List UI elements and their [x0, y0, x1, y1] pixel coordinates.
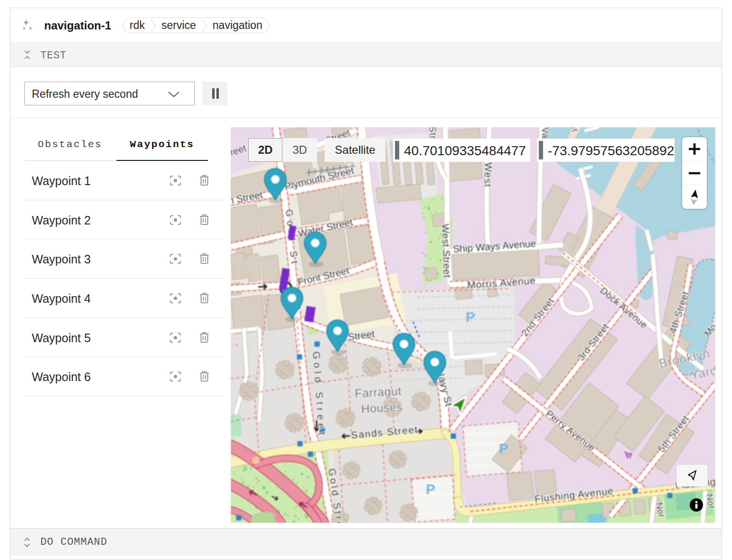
svg-text:P: P [426, 481, 435, 497]
svg-text:Va: Va [540, 127, 551, 139]
svg-text:West: West [482, 162, 494, 188]
svg-text:Str: Str [427, 127, 439, 140]
svg-text:Lid: Lid [232, 342, 239, 347]
svg-text:West Street: West Street [440, 224, 453, 278]
svg-text:Farragut: Farragut [355, 384, 402, 400]
svg-text:P: P [499, 440, 508, 456]
svg-text:Houses: Houses [361, 400, 403, 416]
svg-text:P: P [466, 309, 475, 325]
